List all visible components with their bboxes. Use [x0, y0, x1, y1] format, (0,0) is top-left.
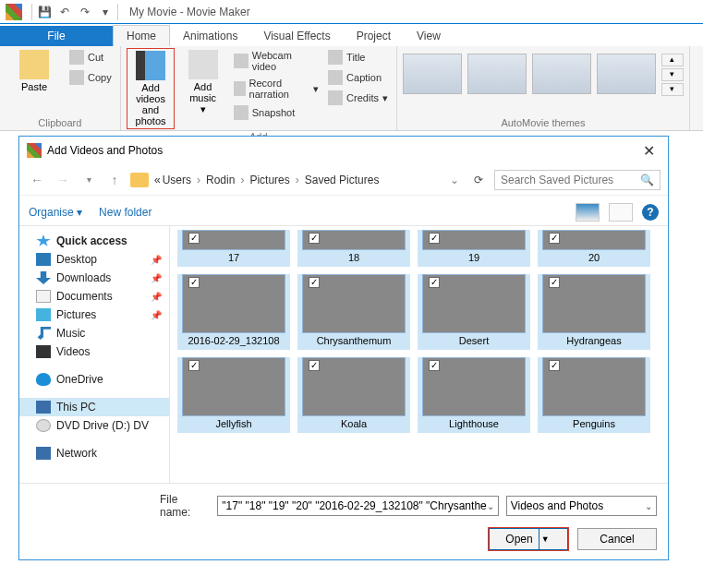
- nav-music[interactable]: Music: [19, 324, 169, 342]
- file-item[interactable]: ✓Chrysanthemum: [297, 274, 410, 350]
- paste-button[interactable]: Paste: [6, 48, 63, 94]
- file-checkbox[interactable]: ✓: [549, 360, 560, 371]
- nav-pictures[interactable]: Pictures📌: [19, 306, 169, 324]
- add-videos-photos-button[interactable]: Add videos and photos: [127, 48, 176, 129]
- caption-button[interactable]: Caption: [325, 68, 391, 87]
- nav-onedrive[interactable]: OneDrive: [19, 370, 169, 389]
- automovie-theme-3[interactable]: [532, 54, 591, 94]
- file-checkbox[interactable]: ✓: [549, 233, 560, 244]
- folder-icon: [130, 173, 149, 187]
- rotate-button[interactable]: Ro: [696, 48, 703, 94]
- preview-pane-button[interactable]: [609, 203, 633, 222]
- file-item[interactable]: ✓Lighthouse: [418, 357, 530, 433]
- automovie-theme-2[interactable]: [467, 54, 527, 94]
- tab-visual-effects[interactable]: Visual Effects: [250, 26, 343, 46]
- nav-forward-button[interactable]: →: [53, 170, 73, 190]
- copy-button[interactable]: Copy: [67, 68, 115, 87]
- nav-dvd-drive[interactable]: DVD Drive (D:) DV: [19, 416, 169, 435]
- automovie-gallery[interactable]: ▴ ▾ ▾: [403, 48, 684, 115]
- file-item[interactable]: ✓18: [297, 230, 410, 267]
- breadcrumb[interactable]: « Users› Rodin› Pictures› Saved Pictures…: [154, 174, 463, 186]
- crumb-rodin[interactable]: Rodin: [206, 174, 235, 186]
- nav-up-button[interactable]: ↑: [104, 170, 125, 190]
- file-item[interactable]: ✓17: [177, 230, 290, 267]
- tab-animations[interactable]: Animations: [170, 26, 250, 46]
- open-split-dropdown[interactable]: ▼: [539, 529, 551, 549]
- tab-home[interactable]: Home: [113, 25, 170, 46]
- crumb-pictures[interactable]: Pictures: [249, 174, 289, 186]
- tab-project[interactable]: Project: [344, 26, 404, 46]
- nav-downloads[interactable]: Downloads📌: [19, 269, 169, 287]
- cancel-button[interactable]: Cancel: [577, 528, 657, 550]
- nav-desktop[interactable]: Desktop📌: [19, 250, 169, 269]
- file-thumbnail: ✓: [302, 274, 406, 333]
- file-checkbox[interactable]: ✓: [309, 360, 320, 371]
- refresh-button[interactable]: ⟳: [468, 174, 489, 186]
- file-name: 2016-02-29_132108: [186, 333, 281, 350]
- file-checkbox[interactable]: ✓: [429, 233, 440, 244]
- tab-view[interactable]: View: [404, 26, 454, 46]
- add-music-button[interactable]: Add music▾: [178, 48, 226, 117]
- file-name: Koala: [339, 416, 369, 433]
- snapshot-button[interactable]: Snapshot: [231, 103, 321, 122]
- file-checkbox[interactable]: ✓: [429, 277, 440, 288]
- open-button[interactable]: Open ▼: [489, 528, 568, 550]
- ribbon: Paste Cut Copy Clipboard Add videos and …: [0, 46, 703, 131]
- pin-icon: 📌: [151, 292, 162, 302]
- chevron-down-icon[interactable]: ⌄: [645, 501, 652, 511]
- crumb-users[interactable]: Users: [163, 174, 191, 186]
- file-item[interactable]: ✓Penguins: [538, 357, 650, 433]
- chevron-down-icon[interactable]: ⌄: [487, 501, 494, 511]
- filter-combo[interactable]: Videos and Photos ⌄: [506, 496, 657, 516]
- file-checkbox[interactable]: ✓: [188, 233, 200, 244]
- new-folder-button[interactable]: New folder: [99, 206, 152, 219]
- search-input[interactable]: [501, 174, 640, 186]
- webcam-video-button[interactable]: Webcam video: [231, 48, 321, 74]
- file-item[interactable]: ✓19: [418, 230, 530, 267]
- help-button[interactable]: ?: [642, 204, 659, 221]
- title-button[interactable]: Title: [325, 48, 391, 66]
- file-checkbox[interactable]: ✓: [429, 360, 440, 371]
- gallery-more-icon[interactable]: ▾: [661, 83, 684, 96]
- crumb-saved-pictures[interactable]: Saved Pictures: [305, 174, 380, 186]
- file-checkbox[interactable]: ✓: [309, 277, 320, 288]
- automovie-theme-4[interactable]: [597, 54, 656, 94]
- nav-this-pc[interactable]: This PC: [19, 398, 169, 416]
- organise-menu[interactable]: Organise ▾: [29, 206, 82, 219]
- tab-file[interactable]: File: [0, 26, 113, 46]
- cut-button[interactable]: Cut: [67, 48, 115, 66]
- qat-save-icon[interactable]: 💾: [36, 4, 53, 20]
- qat-dropdown-icon[interactable]: ▾: [97, 4, 114, 20]
- file-item[interactable]: ✓20: [538, 230, 650, 267]
- dialog-close-button[interactable]: ✕: [637, 142, 661, 160]
- microphone-icon: [234, 81, 246, 96]
- automovie-theme-1[interactable]: [403, 54, 462, 94]
- gallery-up-icon[interactable]: ▴: [661, 54, 684, 66]
- nav-videos[interactable]: Videos: [19, 342, 169, 361]
- chevron-down-icon[interactable]: ⌄: [446, 174, 463, 186]
- record-narration-button[interactable]: Record narration ▾: [231, 76, 321, 102]
- nav-documents[interactable]: Documents📌: [19, 287, 169, 306]
- file-checkbox[interactable]: ✓: [188, 277, 200, 288]
- file-name: Hydrangeas: [564, 333, 623, 350]
- filename-combo[interactable]: "17" "18" "19" "20" "2016-02-29_132108" …: [217, 496, 498, 516]
- file-checkbox[interactable]: ✓: [309, 233, 320, 244]
- file-item[interactable]: ✓Jellyfish: [177, 357, 290, 433]
- nav-recent-dropdown[interactable]: ▾: [79, 170, 99, 190]
- credits-button[interactable]: Credits ▾: [325, 89, 391, 107]
- nav-back-button[interactable]: ←: [27, 170, 47, 190]
- file-item[interactable]: ✓Desert: [418, 274, 530, 350]
- gallery-down-icon[interactable]: ▾: [661, 68, 684, 81]
- nav-quick-access[interactable]: Quick access: [19, 232, 169, 250]
- file-item[interactable]: ✓Hydrangeas: [538, 274, 650, 350]
- search-box[interactable]: 🔍: [494, 170, 661, 190]
- file-checkbox[interactable]: ✓: [188, 360, 200, 371]
- qat-undo-icon[interactable]: ↶: [56, 4, 73, 20]
- file-item[interactable]: ✓Koala: [297, 357, 410, 433]
- file-thumbnail: ✓: [542, 357, 646, 416]
- view-mode-button[interactable]: [576, 203, 600, 222]
- file-checkbox[interactable]: ✓: [549, 277, 560, 288]
- qat-redo-icon[interactable]: ↷: [77, 4, 93, 20]
- nav-network[interactable]: Network: [19, 444, 169, 462]
- file-item[interactable]: ✓2016-02-29_132108: [177, 274, 290, 350]
